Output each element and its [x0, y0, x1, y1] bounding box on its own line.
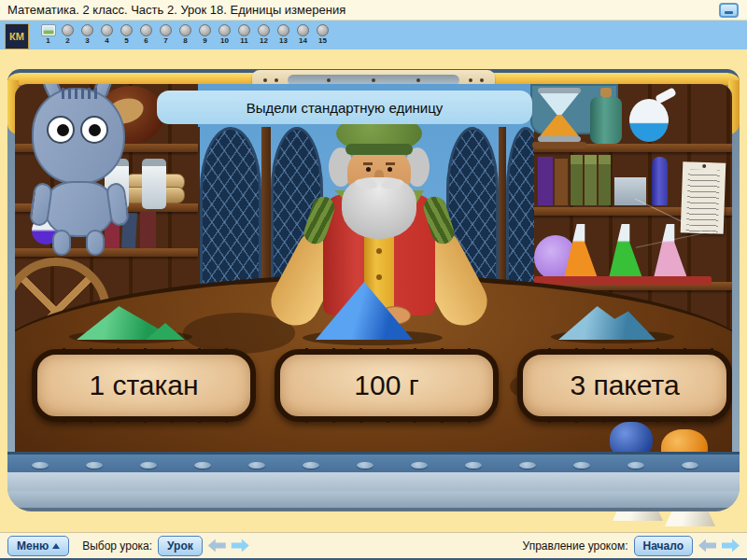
step-dot-icon	[101, 24, 113, 36]
control-forward-arrow-icon[interactable]	[722, 539, 740, 553]
mascot-leg	[52, 230, 71, 256]
hourglass-icon	[538, 88, 581, 142]
wizard-eye	[388, 167, 392, 172]
step-item-10[interactable]: 10	[215, 23, 234, 45]
wizard-beard	[342, 177, 416, 239]
step-item-11[interactable]: 11	[234, 23, 254, 45]
answer-option-2[interactable]: 100 г	[275, 349, 499, 422]
answer-label: 100 г	[354, 370, 418, 401]
lesson-forward-arrow-icon[interactable]	[232, 539, 249, 553]
answer-option-1[interactable]: 1 стакан	[32, 349, 256, 422]
answer-label: 1 стакан	[89, 370, 198, 401]
km-logo: КМ	[5, 23, 29, 49]
plate-rivet-icon	[469, 78, 472, 82]
tunic-button	[376, 274, 382, 280]
book-spine	[571, 155, 583, 205]
step-dot-icon	[317, 24, 329, 36]
question-text: Выдели стандартную единицу	[247, 100, 444, 116]
step-item-6[interactable]: 6	[136, 23, 156, 45]
lesson-steps-toolbar: КМ 1 2 3 4 5 6 7 8 9 10 11 12 13 14 15	[0, 21, 747, 49]
lesson-start-button[interactable]: Начало	[634, 536, 693, 556]
book-spine	[555, 159, 568, 205]
menu-button[interactable]: Меню	[7, 536, 69, 556]
tunic-button	[376, 248, 382, 254]
step-dot-icon	[179, 24, 191, 36]
step-item-7[interactable]: 7	[156, 23, 176, 45]
beret-band	[345, 144, 413, 155]
wizard-brow	[386, 162, 395, 165]
plate-screw-icon	[327, 78, 331, 82]
control-bar: Меню Выбор урока: Урок Управление уроком…	[0, 532, 747, 560]
mascot-body	[45, 181, 114, 237]
lesson-control-label: Управление уроком:	[523, 539, 628, 553]
mascot-leg	[86, 230, 105, 256]
book-spine	[538, 157, 553, 205]
plate-screw-icon	[372, 78, 375, 82]
scene-frame: Выдели стандартную единицу 1 стакан 100 …	[7, 69, 740, 511]
title-bar: Математика. 2 класс. Часть 2. Урок 18. Е…	[0, 0, 747, 21]
wizard-eye	[366, 167, 371, 172]
mascot-eye	[80, 116, 108, 144]
plate-rivet-icon	[275, 78, 278, 82]
alchemist-scene: Выдели стандартную единицу 1 стакан 100 …	[15, 84, 732, 452]
answer-option-3[interactable]: 3 пакета	[517, 349, 732, 422]
question-bubble: Выдели стандартную единицу	[157, 91, 532, 124]
step-dot-icon	[277, 24, 289, 36]
window-title: Математика. 2 класс. Часть 2. Урок 18. Е…	[7, 3, 345, 17]
step-dot-icon	[140, 24, 152, 36]
mascot-eye	[47, 116, 75, 144]
mascot-hair	[62, 88, 97, 99]
menu-button-label: Меню	[17, 539, 49, 553]
menu-arrow-icon	[52, 543, 60, 549]
plush-mascot	[26, 84, 136, 259]
answer-label: 3 пакета	[570, 370, 679, 401]
jar-icon	[142, 159, 166, 209]
step-dot-icon	[199, 24, 211, 36]
current-slide-icon	[41, 24, 56, 36]
step-item-9[interactable]: 9	[195, 23, 215, 45]
application-window: Математика. 2 класс. Часть 2. Урок 18. Е…	[0, 0, 747, 560]
lesson-back-arrow-icon[interactable]	[208, 539, 226, 553]
step-item-14[interactable]: 14	[293, 23, 313, 45]
lesson-button[interactable]: Урок	[158, 536, 203, 556]
mascot-head	[32, 88, 125, 185]
step-item-2[interactable]: 2	[58, 23, 78, 45]
step-dot-icon	[120, 24, 133, 36]
lesson-start-label: Начало	[643, 539, 684, 553]
plate-screw-icon	[416, 78, 420, 82]
step-dot-icon	[160, 24, 172, 36]
lesson-select-label: Выбор урока:	[82, 539, 152, 553]
step-dot-icon	[297, 24, 309, 36]
plate-rivet-icon	[480, 78, 484, 82]
potion-bottle-icon	[590, 97, 622, 144]
step-item-5[interactable]: 5	[117, 23, 136, 45]
plate-rivet-icon	[263, 78, 267, 82]
book-spine	[585, 155, 597, 205]
step-dot-icon	[81, 24, 93, 36]
round-flask-icon	[629, 99, 669, 142]
step-item-15[interactable]: 15	[313, 23, 332, 45]
step-item-1[interactable]: 1	[38, 23, 58, 45]
blue-cylinder-icon	[652, 157, 668, 205]
step-item-3[interactable]: 3	[78, 23, 97, 45]
step-dot-icon	[258, 24, 270, 36]
book-spine	[140, 212, 156, 248]
step-item-13[interactable]: 13	[274, 23, 293, 45]
control-back-arrow-icon[interactable]	[698, 539, 716, 553]
step-item-8[interactable]: 8	[176, 23, 195, 45]
step-dot-icon	[238, 24, 250, 36]
step-dot-icon	[62, 24, 74, 36]
minimize-icon	[725, 11, 733, 14]
book-spine	[599, 155, 611, 205]
minimize-button[interactable]	[719, 3, 739, 18]
lesson-button-label: Урок	[167, 539, 193, 553]
red-stand	[534, 276, 712, 285]
step-item-4[interactable]: 4	[97, 23, 117, 45]
step-dot-icon	[218, 24, 231, 36]
metal-ledge	[7, 452, 740, 511]
step-item-12[interactable]: 12	[254, 23, 274, 45]
wizard-brow	[363, 162, 373, 165]
